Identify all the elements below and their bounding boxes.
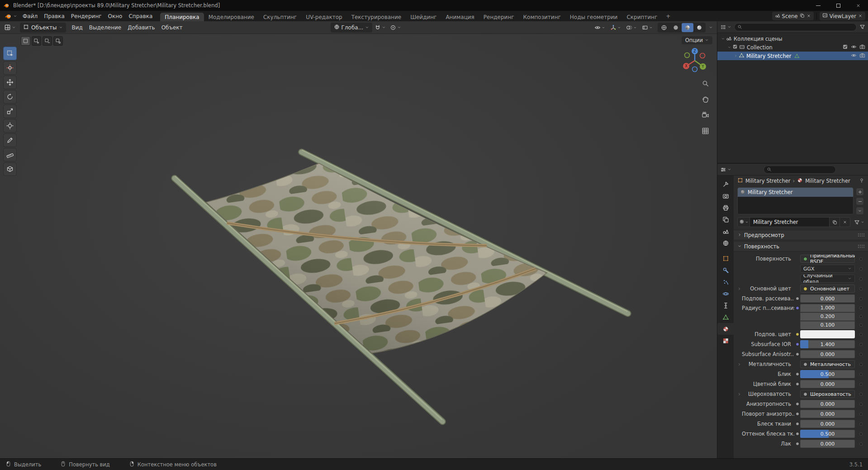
eye-toggle[interactable]	[851, 52, 857, 60]
select-mode-extend-button[interactable]	[32, 36, 41, 46]
animate-decorator[interactable]	[855, 363, 863, 366]
camera-view-nav-button[interactable]	[700, 110, 710, 120]
collection-checkbox[interactable]	[732, 44, 738, 51]
field-subsurface-radius-r[interactable]: 1.000	[800, 304, 855, 312]
shading-material-button[interactable]	[682, 23, 693, 32]
unlink-scene-icon[interactable]	[806, 13, 811, 19]
workspace-tab[interactable]: Ноды геометрии	[565, 13, 622, 21]
viewport-menu-вид[interactable]: Вид	[68, 24, 85, 31]
field-subsurface[interactable]: 0.000	[800, 294, 855, 303]
workspace-tab[interactable]: Моделирование	[204, 13, 259, 21]
shading-options-dropdown[interactable]	[707, 25, 715, 29]
animate-decorator[interactable]	[855, 432, 863, 436]
move-tool-button[interactable]	[3, 76, 17, 89]
panel-surface[interactable]: Поверхность	[734, 241, 868, 252]
options-dropdown[interactable]: Опции	[682, 36, 712, 44]
workspace-tab[interactable]: Рендеринг	[479, 13, 519, 21]
select-mode-new-button[interactable]	[21, 36, 30, 46]
workspace-tab[interactable]: Анимация	[441, 13, 479, 21]
animate-decorator[interactable]	[855, 393, 863, 396]
expand-arrow-icon[interactable]	[736, 287, 742, 291]
animate-decorator[interactable]	[855, 343, 863, 346]
zoom-nav-button[interactable]	[700, 78, 710, 88]
overlays-icon[interactable]	[624, 24, 639, 31]
workspace-tab[interactable]: Скриптинг	[622, 13, 662, 21]
viewport-menu-выделение[interactable]: Выделение	[86, 24, 124, 31]
grid-view-nav-button[interactable]	[700, 126, 710, 136]
material-name-field[interactable]: Military Stretcher	[750, 217, 830, 227]
viewport-menu-добавить[interactable]: Добавить	[124, 24, 158, 31]
properties-tab-scene[interactable]	[717, 225, 734, 237]
breadcrumb-object[interactable]: Military Stretcher	[745, 178, 791, 184]
animate-decorator[interactable]	[855, 267, 863, 271]
properties-tab-material[interactable]	[717, 323, 734, 335]
blender-menu-button[interactable]	[3, 13, 19, 20]
add-cube-tool-button[interactable]	[3, 162, 17, 176]
unlink-material-button[interactable]	[840, 217, 850, 227]
panel-grip[interactable]	[858, 233, 864, 237]
workspace-tab[interactable]: Текстурирование	[347, 13, 406, 21]
properties-tab-physics[interactable]	[717, 288, 734, 299]
field-subsurface-color[interactable]	[800, 330, 855, 338]
eye-icon[interactable]	[593, 24, 607, 31]
field-metallic[interactable]: Металличность	[800, 360, 855, 368]
animate-decorator[interactable]	[855, 257, 863, 261]
menu-правка[interactable]: Правка	[41, 11, 68, 21]
editor-type-button[interactable]	[2, 24, 18, 31]
field-subsurface-anisotropy[interactable]: 0.000	[800, 350, 855, 358]
outliner-search-input[interactable]	[734, 23, 857, 31]
proportional-edit-toggle[interactable]	[388, 24, 403, 31]
shading-rendered-button[interactable]	[693, 23, 705, 32]
animate-decorator[interactable]	[855, 277, 863, 280]
select-mode-intersect-button[interactable]	[53, 36, 63, 46]
close-button[interactable]	[848, 0, 868, 11]
shading-solid-button[interactable]	[670, 23, 682, 32]
animate-decorator[interactable]	[855, 287, 863, 290]
animate-decorator[interactable]	[855, 442, 863, 446]
mode-selector[interactable]: Объекты	[20, 23, 66, 33]
menu-файл[interactable]: Файл	[19, 11, 41, 21]
animate-decorator[interactable]	[855, 353, 863, 356]
properties-tab-object-data[interactable]	[717, 311, 734, 323]
workspace-tab[interactable]: UV-редактор	[301, 13, 346, 21]
xray-icon[interactable]	[640, 24, 655, 31]
maximize-button[interactable]	[828, 0, 848, 11]
pin-icon[interactable]	[859, 178, 864, 185]
minimize-button[interactable]	[808, 0, 828, 11]
workspace-tab[interactable]: Скульптинг	[259, 13, 301, 21]
animate-decorator[interactable]	[855, 323, 863, 327]
gizmo-axes-icon[interactable]	[608, 24, 623, 31]
scale-tool-button[interactable]	[3, 104, 17, 118]
field-subsurface-radius-b[interactable]: 0.100	[800, 321, 855, 329]
field-anisotropic-rotation[interactable]: 0.000	[800, 410, 855, 418]
shading-wireframe-button[interactable]	[658, 23, 670, 32]
editor-type-button[interactable]	[720, 166, 731, 173]
animate-decorator[interactable]	[855, 315, 863, 318]
transform-tool-button[interactable]	[3, 119, 17, 133]
properties-tab-render[interactable]	[717, 190, 734, 202]
box-select-tool-button[interactable]	[3, 47, 17, 60]
field-sheen[interactable]: 0.000	[800, 420, 855, 428]
field-distribution[interactable]: GGX	[800, 265, 855, 273]
field-surface[interactable]: Принципиальный BSDF	[800, 255, 855, 263]
disclosure-icon[interactable]	[720, 37, 726, 41]
scene-selector[interactable]: Scene	[772, 12, 814, 20]
animate-decorator[interactable]	[855, 403, 863, 406]
viewlayer-selector[interactable]: ViewLayer	[820, 12, 865, 20]
menu-справка[interactable]: Справка	[125, 11, 156, 21]
panel-preview[interactable]: Предпросмотр	[734, 230, 868, 240]
menu-рендеринг[interactable]: Рендеринг	[68, 11, 105, 21]
navigation-gizmo[interactable]: X Y Z	[682, 47, 708, 73]
pan-nav-button[interactable]	[700, 94, 710, 104]
material-slot-item[interactable]: Military Stretcher	[738, 188, 853, 197]
eye-toggle[interactable]	[851, 44, 857, 51]
filter-icon[interactable]	[859, 24, 865, 30]
add-slot-button[interactable]	[856, 188, 864, 196]
animate-decorator[interactable]	[855, 413, 863, 416]
viewport-menu-объект[interactable]: Объект	[158, 24, 186, 31]
field-subsurface-ior[interactable]: 1.400	[800, 340, 855, 348]
browse-material-button[interactable]	[737, 217, 750, 227]
outliner-row-military-stretcher[interactable]: Military Stretcher	[717, 52, 868, 60]
field-sheen-tint[interactable]: 0.500	[800, 430, 855, 438]
properties-tab-output[interactable]	[717, 202, 734, 214]
